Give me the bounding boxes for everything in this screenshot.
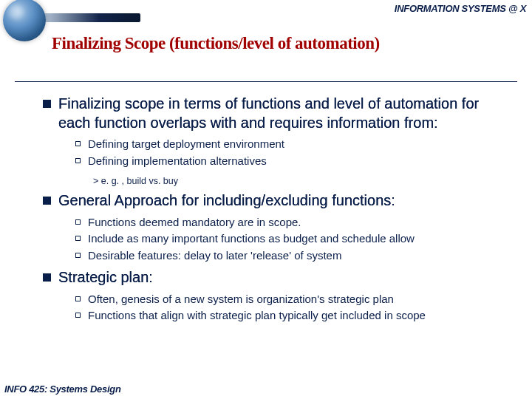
sub-sub-item: > e. g. , build vs. buy <box>93 174 510 187</box>
sub-bullet-text: Defining implementation alternatives <box>88 154 267 168</box>
hollow-square-bullet-icon <box>75 236 81 241</box>
square-bullet-icon <box>43 197 51 205</box>
sub-bullet-item: Defining target deployment environment <box>75 137 510 151</box>
sub-bullet-item: Functions that align with strategic plan… <box>75 308 510 323</box>
hollow-square-bullet-icon <box>75 219 81 225</box>
bullet-item: General Approach for including/excluding… <box>43 191 510 211</box>
sub-bullet-text: Functions deemed mandatory are in scope. <box>88 215 301 230</box>
slide-body: Finalizing scope in terms of functions a… <box>43 95 510 329</box>
sub-list: Often, genesis of a new system is organi… <box>75 292 510 323</box>
hollow-square-bullet-icon <box>75 253 81 258</box>
hollow-square-bullet-icon <box>75 141 81 146</box>
sub-bullet-item: Desirable features: delay to later 'rele… <box>75 248 510 263</box>
slide-title: Finalizing Scope (functions/level of aut… <box>52 34 495 53</box>
sub-bullet-item: Functions deemed mandatory are in scope. <box>75 215 510 230</box>
bullet-item: Finalizing scope in terms of functions a… <box>43 95 510 132</box>
bullet-item: Strategic plan: <box>43 268 510 287</box>
slide-header: INFORMATION SYSTEMS @ X <box>0 0 532 22</box>
header-accent-bar <box>37 13 140 22</box>
header-brand-text: INFORMATION SYSTEMS @ X <box>395 3 526 14</box>
hollow-square-bullet-icon <box>75 158 81 163</box>
sub-list: Functions deemed mandatory are in scope.… <box>75 215 510 263</box>
sub-sub-text: > e. g. , build vs. buy <box>93 176 178 186</box>
square-bullet-icon <box>43 273 51 282</box>
globe-logo-icon <box>3 0 46 41</box>
bullet-text: Finalizing scope in terms of functions a… <box>58 95 510 132</box>
square-bullet-icon <box>43 100 51 108</box>
sub-bullet-item: Include as many important functions as b… <box>75 231 510 246</box>
slide-footer: INFO 425: Systems Design <box>4 383 121 395</box>
hollow-square-bullet-icon <box>75 296 81 301</box>
bullet-text: Strategic plan: <box>58 268 153 287</box>
sub-bullet-text: Desirable features: delay to later 'rele… <box>88 248 341 263</box>
sub-bullet-item: Often, genesis of a new system is organi… <box>75 292 510 307</box>
sub-bullet-text: Include as many important functions as b… <box>88 231 415 246</box>
sub-bullet-text: Often, genesis of a new system is organi… <box>88 292 394 307</box>
sub-bullet-text: Functions that align with strategic plan… <box>88 308 426 323</box>
sub-bullet-text: Defining target deployment environment <box>88 137 284 151</box>
title-underline <box>15 81 517 82</box>
sub-bullet-item: Defining implementation alternatives <box>75 154 510 168</box>
bullet-text: General Approach for including/excluding… <box>58 191 395 211</box>
sub-list: Defining target deployment environment D… <box>75 137 510 168</box>
hollow-square-bullet-icon <box>75 313 81 318</box>
